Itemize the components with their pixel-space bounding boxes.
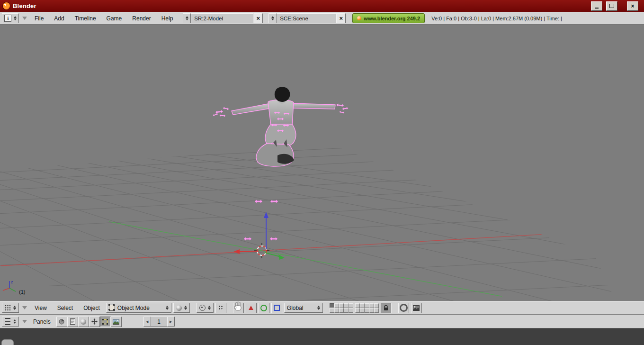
object-mode-icon [109, 305, 115, 311]
window-titlebar[interactable]: Blender × [0, 0, 644, 12]
frame-forward-button[interactable]: ▶ [167, 317, 175, 327]
layer-toggle-button[interactable] [334, 303, 339, 308]
version-badge[interactable]: www.blender.org 249.2 [352, 13, 425, 23]
object-arrows-icon [91, 318, 98, 325]
object-panel-button[interactable] [89, 317, 100, 327]
render-preview-button[interactable] [411, 303, 422, 313]
editor-type-button-3dview[interactable] [2, 303, 19, 313]
pivot-dropdown[interactable] [197, 303, 214, 313]
scale-manipulator-button[interactable] [271, 303, 282, 313]
move-centers-button[interactable] [215, 303, 226, 313]
script-panel-button[interactable] [67, 317, 78, 327]
layer-toggle-button[interactable] [344, 308, 349, 313]
menu-help[interactable]: Help [157, 15, 178, 22]
close-button[interactable]: × [627, 1, 638, 11]
spinner-arrows-icon [271, 16, 274, 20]
layer-toggle-button[interactable] [334, 308, 339, 313]
scrollbar-thumb[interactable] [1, 339, 14, 345]
hand-icon [234, 301, 242, 311]
screen-name-field[interactable]: SR:2-Model [191, 13, 253, 23]
orientation-dropdown[interactable]: Global [284, 303, 323, 313]
frame-number-field[interactable]: 1 [151, 317, 167, 327]
model-left-arm[interactable] [232, 104, 269, 115]
layer-toggle-button[interactable] [344, 303, 349, 308]
layer-toggle-button[interactable] [369, 308, 374, 313]
manipulator-hand-button[interactable] [233, 303, 244, 313]
layer-toggle-button[interactable] [355, 308, 360, 313]
manipulator-x-axis[interactable] [238, 251, 259, 252]
minimize-button[interactable] [591, 1, 602, 11]
character-model[interactable] [213, 87, 349, 166]
screen-browse-button[interactable] [183, 13, 191, 23]
model-right-arm[interactable] [293, 103, 335, 109]
menu-view[interactable]: View [30, 305, 51, 311]
frame-back-button[interactable]: ◀ [143, 317, 151, 327]
logic-panel-button[interactable] [56, 317, 67, 327]
rotate-manipulator-button[interactable] [259, 303, 269, 313]
collapse-header-toggle[interactable] [21, 304, 28, 312]
menu-game[interactable]: Game [102, 15, 126, 22]
right-hand-bones[interactable] [336, 103, 349, 114]
translate-manipulator-button[interactable] [246, 303, 257, 313]
layer-toggle-button[interactable] [365, 308, 369, 313]
spinner-arrows-icon [166, 306, 169, 310]
screen-delete-button[interactable]: × [253, 13, 263, 23]
layer-toggle-button[interactable] [369, 303, 374, 308]
center-dots-icon [218, 305, 224, 310]
viewport-canvas[interactable]: z (1) [0, 25, 644, 301]
frame-stepper: ◀ 1 ▶ [143, 317, 175, 327]
layer-toggle-button[interactable] [349, 308, 353, 313]
editing-panel-button[interactable] [100, 317, 111, 327]
screen-selector: SR:2-Model × [183, 13, 263, 23]
collapse-triangle-icon [22, 306, 27, 309]
layer-toggle-button[interactable] [374, 303, 379, 308]
menu-add[interactable]: Add [50, 15, 68, 22]
collapse-triangle-icon [22, 17, 27, 20]
shading-sphere-icon [80, 319, 86, 325]
left-hand-bones[interactable] [213, 107, 229, 117]
model-torso[interactable] [268, 100, 294, 128]
layer-toggle-button[interactable] [330, 308, 334, 313]
editor-type-button-info[interactable]: i [2, 13, 19, 23]
menu-object[interactable]: Object [79, 305, 104, 311]
scene-delete-button[interactable]: × [336, 13, 346, 23]
buttons-window-body [0, 328, 644, 345]
scene-name-field[interactable]: SCE:Scene [277, 13, 336, 23]
minimize-icon [595, 8, 599, 9]
shading-panel-button[interactable] [78, 317, 89, 327]
menu-select[interactable]: Select [53, 305, 77, 311]
transform-manipulator[interactable] [233, 212, 285, 260]
layer-toggle-button[interactable] [360, 308, 365, 313]
snap-button[interactable] [398, 303, 409, 313]
restore-button[interactable] [606, 1, 617, 11]
layer-toggle-button[interactable] [339, 303, 344, 308]
editor-type-button-buttons[interactable] [2, 317, 19, 327]
armature-bones[interactable] [244, 200, 278, 240]
layer-toggle-button[interactable] [355, 303, 360, 308]
collapse-menus-toggle[interactable] [21, 15, 28, 22]
menu-timeline[interactable]: Timeline [71, 15, 100, 22]
mode-dropdown[interactable]: Object Mode [106, 303, 171, 313]
layer-toggle-button[interactable] [374, 308, 379, 313]
layer-toggle-button[interactable] [330, 303, 334, 308]
layer-indicator: (1) [19, 289, 25, 295]
menu-file[interactable]: File [30, 15, 48, 22]
layer-toggle-button[interactable] [365, 303, 369, 308]
blender-dot-icon [357, 16, 361, 20]
manipulator-y-axis[interactable] [265, 253, 281, 257]
manipulator-y-arrowhead[interactable] [278, 254, 285, 260]
layer-toggle-button[interactable] [339, 308, 344, 313]
main-menubar: i File Add Timeline Game Render Help SR:… [0, 12, 644, 25]
translate-icon [249, 306, 253, 310]
draw-type-dropdown[interactable] [173, 303, 190, 313]
layer-toggle-button[interactable] [349, 303, 353, 308]
viewport-3d[interactable]: z (1) [0, 25, 644, 301]
collapse-header-toggle[interactable] [21, 318, 28, 326]
rotate-icon [260, 305, 267, 311]
editing-mesh-icon [102, 319, 108, 325]
lock-layers-button[interactable] [381, 303, 392, 313]
layer-toggle-button[interactable] [360, 303, 365, 308]
menu-render[interactable]: Render [128, 15, 155, 22]
scene-panel-button[interactable] [111, 317, 122, 327]
scene-browse-button[interactable] [268, 13, 277, 23]
